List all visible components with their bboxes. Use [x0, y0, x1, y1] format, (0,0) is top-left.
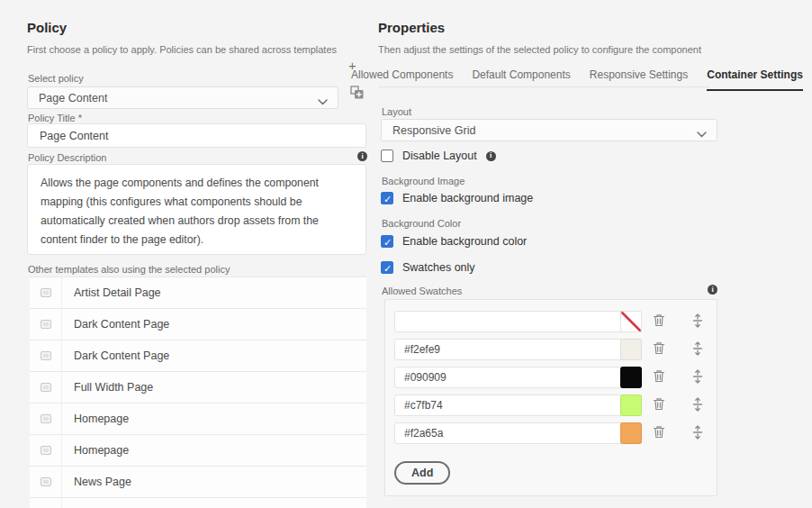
- page-icon: [41, 414, 51, 423]
- swatch-row: [394, 395, 708, 416]
- tab-allowed-components[interactable]: Allowed Components: [351, 68, 453, 91]
- trash-icon: [653, 425, 665, 441]
- templates-list-label: Other templates also using the selected …: [28, 264, 230, 275]
- move-vertical-icon: [692, 397, 703, 414]
- reorder-swatch-handle[interactable]: [692, 397, 703, 414]
- template-name: Homepage: [62, 435, 129, 466]
- trash-icon: [653, 313, 665, 330]
- layout-dropdown[interactable]: Responsive Grid: [381, 119, 717, 141]
- template-list-item[interactable]: Full Width Page: [30, 372, 366, 404]
- template-name: Full Width Page: [62, 372, 153, 403]
- template-name: Homepage: [62, 404, 129, 434]
- swatch-color-chip[interactable]: [620, 395, 642, 416]
- swatches-only-label: Swatches only: [402, 261, 475, 274]
- delete-swatch-button[interactable]: [653, 369, 665, 386]
- page-icon: [41, 351, 51, 360]
- swatch-row: [394, 367, 708, 388]
- select-policy-value: Page Content: [39, 92, 107, 104]
- swatch-color-chip-none[interactable]: [620, 311, 642, 332]
- properties-panel-title: Properties: [378, 20, 445, 35]
- template-list-item[interactable]: News Page: [30, 467, 366, 498]
- add-swatch-button[interactable]: Add: [394, 461, 450, 485]
- select-policy-label: Select policy: [28, 73, 84, 84]
- reorder-swatch-handle[interactable]: [692, 369, 703, 386]
- move-vertical-icon: [692, 341, 703, 358]
- move-vertical-icon: [692, 369, 703, 386]
- swatch-color-chip[interactable]: [620, 367, 642, 388]
- swatch-color-chip[interactable]: [620, 339, 642, 360]
- layout-value: Responsive Grid: [392, 124, 475, 137]
- reorder-swatch-handle[interactable]: [692, 425, 703, 442]
- chevron-down-icon: [697, 128, 707, 141]
- policy-description-label: Policy Description: [28, 152, 106, 163]
- trash-icon: [653, 341, 665, 358]
- disable-layout-label: Disable Layout: [402, 150, 477, 162]
- swatch-value-input[interactable]: [394, 367, 642, 388]
- template-list-item[interactable]: Dark Content Page: [30, 340, 366, 372]
- page-icon: [41, 383, 51, 392]
- template-list-item[interactable]: Artist Detail Page: [30, 277, 366, 309]
- policy-description-info-icon: i: [357, 151, 367, 161]
- delete-swatch-button[interactable]: [653, 397, 665, 413]
- page-icon: [41, 320, 51, 329]
- delete-swatch-button[interactable]: [653, 341, 665, 358]
- policy-title-label: Policy Title *: [28, 113, 82, 123]
- layout-label: Layout: [382, 106, 411, 117]
- allowed-swatches-label: Allowed Swatches: [382, 286, 462, 296]
- policy-properties-dialog: Policy First choose a policy to apply. P…: [0, 0, 812, 508]
- swatches-only-checkbox[interactable]: [381, 261, 393, 274]
- move-vertical-icon: [692, 425, 703, 442]
- swatch-row: [394, 339, 708, 360]
- properties-panel-subtitle: Then adjust the settings of the selected…: [378, 44, 701, 55]
- allowed-swatches-panel: Add: [384, 299, 717, 496]
- policy-panel-title: Policy: [27, 20, 67, 35]
- policy-title-input[interactable]: [27, 123, 366, 148]
- reorder-swatch-handle[interactable]: [692, 341, 703, 358]
- swatch-value-input[interactable]: [394, 422, 642, 444]
- disable-layout-checkbox[interactable]: [381, 150, 393, 162]
- background-color-label: Background Color: [382, 218, 461, 229]
- enable-background-color-label: Enable background color: [402, 235, 527, 248]
- allowed-swatches-info-icon: i: [708, 285, 717, 295]
- template-list-item[interactable]: Homepage: [30, 404, 366, 435]
- policy-description-textarea[interactable]: Allows the page components and defines t…: [27, 164, 366, 255]
- disable-layout-row[interactable]: Disable Layout i: [381, 150, 496, 162]
- swatches-only-row[interactable]: Swatches only: [381, 261, 475, 274]
- tab-container-settings[interactable]: Container Settings: [707, 68, 803, 91]
- template-name: [62, 498, 74, 508]
- swatch-color-chip[interactable]: [620, 422, 642, 444]
- page-icon: [41, 477, 51, 486]
- template-name: Dark Content Page: [62, 340, 169, 371]
- enable-background-image-label: Enable background image: [402, 192, 533, 204]
- move-vertical-icon: [692, 313, 703, 331]
- template-list-item[interactable]: [30, 498, 366, 508]
- delete-swatch-button[interactable]: [653, 425, 665, 441]
- enable-background-image-row[interactable]: Enable background image: [381, 192, 533, 204]
- swatch-value-input[interactable]: [394, 339, 642, 360]
- select-policy-dropdown[interactable]: Page Content: [27, 86, 338, 109]
- background-image-label: Background Image: [382, 176, 465, 186]
- policy-panel-subtitle: First choose a policy to apply. Policies…: [27, 44, 337, 55]
- enable-background-color-row[interactable]: Enable background color: [381, 235, 527, 248]
- template-list-item[interactable]: Dark Content Page: [30, 309, 366, 340]
- page-icon: [41, 446, 51, 455]
- page-icon: [41, 288, 51, 297]
- swatch-row: [394, 422, 708, 444]
- tab-responsive-settings[interactable]: Responsive Settings: [590, 68, 688, 91]
- template-name: Artist Detail Page: [62, 277, 161, 308]
- properties-tabs: Allowed Components Default Components Re…: [351, 68, 812, 91]
- reorder-swatch-handle[interactable]: [692, 313, 703, 331]
- disable-layout-info-icon: i: [486, 151, 496, 161]
- trash-icon: [653, 397, 665, 413]
- template-name: Dark Content Page: [62, 309, 169, 340]
- chevron-down-icon: [318, 95, 328, 108]
- enable-background-color-checkbox[interactable]: [381, 235, 393, 248]
- template-list-item[interactable]: Homepage: [30, 435, 366, 467]
- templates-list: Artist Detail Page Dark Content Page Dar…: [30, 277, 366, 508]
- delete-swatch-button[interactable]: [653, 313, 665, 330]
- enable-background-image-checkbox[interactable]: [381, 192, 393, 204]
- swatch-row: [394, 311, 708, 332]
- swatch-value-input[interactable]: [394, 395, 642, 416]
- tab-default-components[interactable]: Default Components: [472, 68, 570, 91]
- swatch-value-input[interactable]: [394, 311, 642, 332]
